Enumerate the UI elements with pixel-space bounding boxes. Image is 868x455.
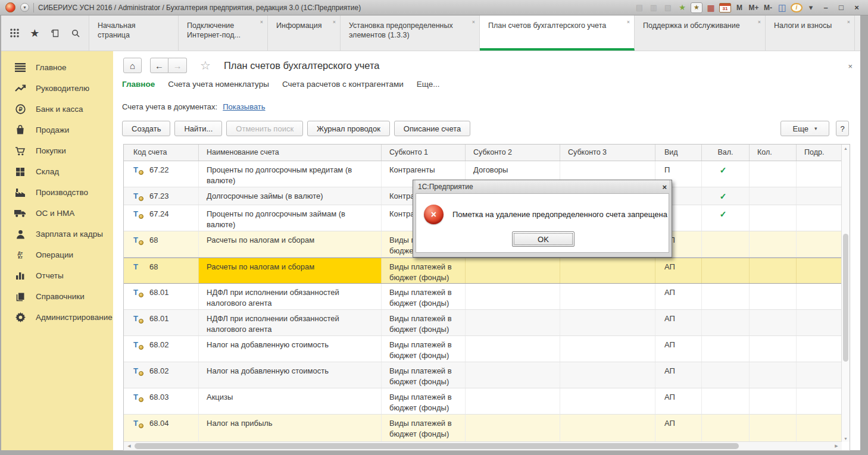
maximize-button[interactable]: □ xyxy=(835,2,848,13)
column-header-4[interactable]: Субконто 2 xyxy=(466,145,560,161)
account-code: 67.24 xyxy=(149,209,169,219)
tab-3[interactable]: Информация× xyxy=(268,15,341,51)
horizontal-scroll-thumb[interactable] xyxy=(135,443,739,449)
subconto3-cell xyxy=(560,336,655,362)
scroll-down-icon[interactable]: ▼ xyxy=(842,435,850,442)
favorites-star-icon[interactable]: ★ xyxy=(27,26,42,40)
memory-m-plus-icon[interactable]: M+ xyxy=(748,2,760,13)
column-header-8[interactable]: Кол. xyxy=(750,145,797,161)
info-icon[interactable]: i xyxy=(791,3,803,12)
tab-1[interactable]: Начальная страница xyxy=(89,15,179,51)
sidebar-item-10[interactable]: ДтКтОперации xyxy=(1,244,113,265)
vid-cell: АП xyxy=(655,258,702,283)
home-button[interactable]: ⌂ xyxy=(123,58,142,73)
help-button[interactable]: ? xyxy=(836,121,849,136)
tab-7[interactable]: Налоги и взносы× xyxy=(766,15,855,51)
horizontal-scrollbar[interactable]: ◀ ▶ xyxy=(124,441,842,450)
sidebar-item-2[interactable]: Руководителю xyxy=(1,78,113,99)
table-row-11[interactable]: Т68.04Налог на прибыльВиды платежей в бю… xyxy=(124,415,850,441)
favorites-box-icon[interactable]: ★ xyxy=(691,2,702,13)
scroll-up-icon[interactable]: ▲ xyxy=(842,145,850,152)
vertical-scroll-thumb[interactable] xyxy=(843,234,848,362)
favorite-page-star-icon[interactable]: ☆ xyxy=(200,58,211,73)
column-header-5[interactable]: Субконто 3 xyxy=(560,145,655,161)
sidebar-item-9[interactable]: Зарплата и кадры xyxy=(1,224,113,244)
scroll-left-icon[interactable]: ◀ xyxy=(125,442,133,450)
vertical-scrollbar[interactable]: ▲ ▼ xyxy=(841,145,850,442)
print-icon[interactable]: ▥ xyxy=(648,2,660,13)
column-header-7[interactable]: Вал. xyxy=(702,145,750,161)
tab-close-icon[interactable]: × xyxy=(260,19,263,26)
dialog-1c-warning: 1С:Предприятие × × Пометка на удаление п… xyxy=(413,180,672,258)
main-menu-arrow-icon[interactable]: ▾ xyxy=(20,3,29,12)
docs-accounts-link[interactable]: Показывать xyxy=(223,102,265,111)
subconto1-cell: Виды платежей в бюджет (фонды) xyxy=(382,310,466,335)
calculator-icon[interactable]: ▦ xyxy=(705,2,717,13)
tab-4[interactable]: Установка предопределенных элементов (1.… xyxy=(341,15,480,51)
tab-close-icon[interactable]: × xyxy=(333,19,336,26)
more-button[interactable]: Еще ▾ xyxy=(780,121,829,136)
calendar-icon[interactable]: 31 xyxy=(719,3,731,12)
account-name-cell: Налог на прибыль xyxy=(199,415,382,441)
close-form-icon[interactable]: × xyxy=(848,62,853,71)
table-row-7[interactable]: Т68.01НДФЛ при исполнении обязанностей н… xyxy=(124,310,850,336)
scroll-right-icon[interactable]: ▶ xyxy=(832,442,841,450)
section-tab-1[interactable]: Главное xyxy=(122,80,155,90)
dialog-ok-button[interactable]: OK xyxy=(512,231,574,247)
sidebar-item-5[interactable]: Покупки xyxy=(1,140,113,161)
toolbar-button-1[interactable]: Создать xyxy=(122,121,170,136)
memory-m-icon[interactable]: M xyxy=(733,2,745,13)
toolbar-button-5[interactable]: Описание счета xyxy=(394,121,470,136)
history-icon[interactable] xyxy=(48,26,63,40)
sidebar-item-12[interactable]: Справочники xyxy=(1,286,113,307)
sidebar-item-7[interactable]: Производство xyxy=(1,182,113,203)
sidebar-item-11[interactable]: Отчеты xyxy=(1,265,113,286)
memory-m-minus-icon[interactable]: M- xyxy=(762,2,774,13)
account-code: 68.03 xyxy=(149,392,169,403)
section-tab-3[interactable]: Счета расчетов с контрагентами xyxy=(282,80,404,90)
minimize-button[interactable]: – xyxy=(819,2,832,13)
sidebar-item-3[interactable]: ₽Банк и касса xyxy=(1,99,113,120)
column-header-2[interactable]: Наименование счета xyxy=(199,145,382,161)
column-header-1[interactable]: Код счета xyxy=(124,145,199,161)
table-row-5[interactable]: Т68Расчеты по налогам и сборамВиды плате… xyxy=(124,258,850,284)
sidebar-item-1[interactable]: Главное xyxy=(1,57,113,78)
tab-close-icon[interactable]: × xyxy=(627,19,630,26)
toolbar-button-4[interactable]: Журнал проводок xyxy=(307,121,390,136)
toolbar-button-3[interactable]: Отменить поиск xyxy=(226,121,303,136)
tab-close-icon[interactable]: × xyxy=(847,19,850,26)
table-row-9[interactable]: Т68.02Налог на добавленную стоимостьВиды… xyxy=(124,362,850,388)
column-header-3[interactable]: Субконто 1 xyxy=(382,145,466,161)
table-row-8[interactable]: Т68.02Налог на добавленную стоимостьВиды… xyxy=(124,336,850,362)
tab-2[interactable]: Подключение Интернет-под...× xyxy=(179,15,268,51)
split-window-icon[interactable]: ◫ xyxy=(776,2,788,13)
podr-cell xyxy=(797,310,842,335)
add-to-favorites-icon[interactable]: ★ xyxy=(676,2,688,13)
sidebar-item-4[interactable]: Продажи xyxy=(1,120,113,140)
back-button[interactable]: ← xyxy=(150,58,168,73)
print-preview-icon[interactable]: ▧ xyxy=(662,2,674,13)
tab-6[interactable]: Поддержка и обслуживание× xyxy=(635,15,766,51)
section-tab-2[interactable]: Счета учета номенклатуры xyxy=(168,80,269,90)
save-icon[interactable]: ▤ xyxy=(633,2,645,13)
search-icon[interactable] xyxy=(68,26,83,40)
dialog-close-icon[interactable]: × xyxy=(662,183,667,192)
toolbar-button-2[interactable]: Найти... xyxy=(174,121,222,136)
apps-menu-icon[interactable] xyxy=(7,26,21,40)
table-row-6[interactable]: Т68.01НДФЛ при исполнении обязанностей н… xyxy=(124,284,850,310)
kol-cell xyxy=(750,362,797,388)
table-row-10[interactable]: Т68.03АкцизыВиды платежей в бюджет (фонд… xyxy=(124,388,850,415)
close-button[interactable]: × xyxy=(850,2,863,13)
tab-close-icon[interactable]: × xyxy=(758,19,761,26)
section-tab-4[interactable]: Еще... xyxy=(417,80,440,90)
forward-button[interactable]: → xyxy=(168,58,187,73)
column-header-9[interactable]: Подр. xyxy=(797,145,842,161)
column-header-6[interactable]: Вид xyxy=(655,145,702,161)
sidebar-item-13[interactable]: Администрирование xyxy=(1,307,113,328)
sidebar-item-8[interactable]: ОС и НМА xyxy=(1,203,113,224)
tab-close-icon[interactable]: × xyxy=(472,19,475,26)
titlebar-dropdown-icon[interactable]: ▾ xyxy=(805,2,817,13)
tab-5[interactable]: План счетов бухгалтерского учета× xyxy=(480,15,635,51)
account-code-cell: Т68 xyxy=(124,231,199,257)
sidebar-item-6[interactable]: Склад xyxy=(1,161,113,182)
